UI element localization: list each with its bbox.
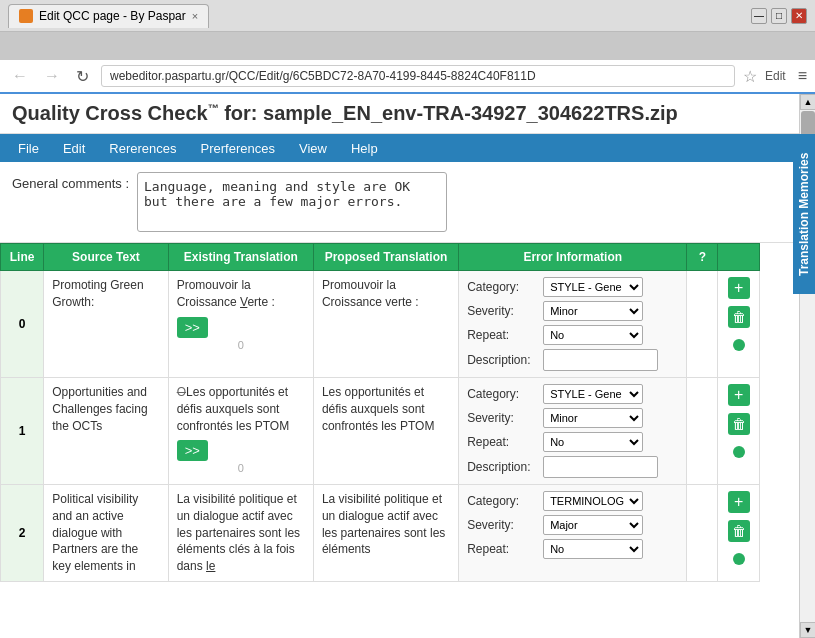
row-2-severity-label: Severity:	[467, 518, 539, 532]
close-button[interactable]: ✕	[791, 8, 807, 24]
row-0-status-dot	[733, 339, 745, 351]
row-1-repeat-row: Repeat: No	[467, 432, 678, 452]
row-0-category-label: Category:	[467, 280, 539, 294]
table-row: 2 Political visibility and an active dia…	[1, 485, 760, 582]
subtitle-text: for: sample_EN_env-TRA-34927_304622TRS.z…	[219, 102, 678, 124]
row-0-category-row: Category: STYLE - Gene	[467, 277, 678, 297]
window-controls: — □ ✕	[751, 8, 807, 24]
row-1-description-row: Description:	[467, 456, 678, 478]
main-content: Translation Memories ▲ ▼ Quality Cross C…	[0, 94, 815, 638]
menu-view[interactable]: View	[289, 137, 337, 160]
back-button[interactable]: ←	[8, 65, 32, 87]
qcc-table: Line Source Text Existing Translation Pr…	[0, 243, 760, 582]
row-0-actions: + 🗑	[718, 271, 760, 378]
row-2-severity-select[interactable]: Major	[543, 515, 643, 535]
row-2-add-button[interactable]: +	[728, 491, 750, 513]
header-line: Line	[1, 244, 44, 271]
row-0-line: 0	[1, 271, 44, 378]
bookmark-button[interactable]: ☆	[743, 67, 757, 86]
row-1-zero: 0	[177, 461, 305, 476]
row-2-severity-row: Severity: Major	[467, 515, 678, 535]
title-text: Quality Cross Check	[12, 102, 208, 124]
row-2-category-select[interactable]: TERMINOLOG	[543, 491, 643, 511]
row-0-severity-label: Severity:	[467, 304, 539, 318]
menu-bar: File Edit Rererences Prerferences View H…	[0, 134, 815, 162]
comments-label: General comments :	[12, 172, 129, 191]
menu-references[interactable]: Rererences	[99, 137, 186, 160]
menu-edit[interactable]: Edit	[53, 137, 95, 160]
tab-bar	[0, 32, 815, 60]
row-2-category-label: Category:	[467, 494, 539, 508]
browser-tab[interactable]: Edit QCC page - By Paspar ×	[8, 4, 209, 28]
address-bar: ← → ↻ ☆ Edit ≡	[0, 60, 815, 94]
header-error: Error Information	[459, 244, 687, 271]
menu-preferences[interactable]: Prerferences	[191, 137, 285, 160]
refresh-button[interactable]: ↻	[72, 65, 93, 88]
row-2-help	[687, 485, 718, 582]
table-row: 0 Promoting Green Growth: Promouvoir la …	[1, 271, 760, 378]
table-row: 1 Opportunities and Challenges facing th…	[1, 378, 760, 485]
row-0-add-button[interactable]: +	[728, 277, 750, 299]
row-2-error-info: Category: TERMINOLOG Severity: Major	[459, 485, 687, 582]
row-1-category-row: Category: STYLE - Gene	[467, 384, 678, 404]
row-1-arrow-button[interactable]: >>	[177, 440, 208, 461]
row-1-severity-row: Severity: Minor	[467, 408, 678, 428]
tab-close-button[interactable]: ×	[192, 10, 198, 22]
row-1-help	[687, 378, 718, 485]
menu-file[interactable]: File	[8, 137, 49, 160]
row-1-status-dot	[733, 446, 745, 458]
row-1-description-textarea[interactable]	[543, 456, 658, 478]
header-proposed: Proposed Translation	[313, 244, 458, 271]
tab-title: Edit QCC page - By Paspar	[39, 9, 186, 23]
row-0-repeat-select[interactable]: No	[543, 325, 643, 345]
row-0-description-textarea[interactable]	[543, 349, 658, 371]
row-0-repeat-row: Repeat: No	[467, 325, 678, 345]
row-1-source: Opportunities and Challenges facing the …	[44, 378, 168, 485]
row-0-delete-button[interactable]: 🗑	[728, 306, 750, 328]
forward-button[interactable]: →	[40, 65, 64, 87]
row-1-line: 1	[1, 378, 44, 485]
comments-section: General comments : Language, meaning and…	[0, 162, 815, 243]
row-0-arrow-button[interactable]: >>	[177, 317, 208, 338]
row-2-status-dot	[733, 553, 745, 565]
row-1-add-button[interactable]: +	[728, 384, 750, 406]
row-1-repeat-select[interactable]: No	[543, 432, 643, 452]
page-title: Quality Cross Check™ for: sample_EN_env-…	[0, 94, 815, 134]
row-1-error-info: Category: STYLE - Gene Severity: Minor	[459, 378, 687, 485]
row-1-description-label: Description:	[467, 460, 539, 474]
maximize-button[interactable]: □	[771, 8, 787, 24]
scroll-up-button[interactable]: ▲	[800, 94, 815, 110]
minimize-button[interactable]: —	[751, 8, 767, 24]
row-1-strike: O	[177, 385, 186, 399]
row-1-delete-button[interactable]: 🗑	[728, 413, 750, 435]
row-0-description-row: Description:	[467, 349, 678, 371]
table-header-row: Line Source Text Existing Translation Pr…	[1, 244, 760, 271]
row-0-severity-select[interactable]: Minor	[543, 301, 643, 321]
browser-titlebar: Edit QCC page - By Paspar × — □ ✕	[0, 0, 815, 32]
row-0-zero: 0	[177, 338, 305, 353]
row-2-delete-button[interactable]: 🗑	[728, 520, 750, 542]
row-1-severity-select[interactable]: Minor	[543, 408, 643, 428]
row-1-actions: + 🗑	[718, 378, 760, 485]
row-1-severity-label: Severity:	[467, 411, 539, 425]
scroll-down-button[interactable]: ▼	[800, 622, 815, 638]
row-2-repeat-select[interactable]: No	[543, 539, 643, 559]
address-input[interactable]	[101, 65, 735, 87]
row-0-source: Promoting Green Growth:	[44, 271, 168, 378]
menu-help[interactable]: Help	[341, 137, 388, 160]
comments-textarea[interactable]: Language, meaning and style are OK but t…	[137, 172, 447, 232]
row-2-source: Political visibility and an active dialo…	[44, 485, 168, 582]
edit-link[interactable]: Edit	[765, 69, 786, 83]
row-2-existing: La visibilité politique et un dialogue a…	[168, 485, 313, 582]
row-1-category-select[interactable]: STYLE - Gene	[543, 384, 643, 404]
header-source: Source Text	[44, 244, 168, 271]
row-0-category-select[interactable]: STYLE - Gene	[543, 277, 643, 297]
underline-text: V	[240, 295, 247, 309]
browser-menu-button[interactable]: ≡	[798, 67, 807, 85]
translation-memories-tab[interactable]: Translation Memories	[793, 134, 815, 294]
row-2-category-row: Category: TERMINOLOG	[467, 491, 678, 511]
row-2-repeat-label: Repeat:	[467, 542, 539, 556]
row-2-proposed: La visibilité politique et un dialogue a…	[313, 485, 458, 582]
row-1-existing: OLes opportunités et défis auxquels sont…	[168, 378, 313, 485]
row-1-category-label: Category:	[467, 387, 539, 401]
